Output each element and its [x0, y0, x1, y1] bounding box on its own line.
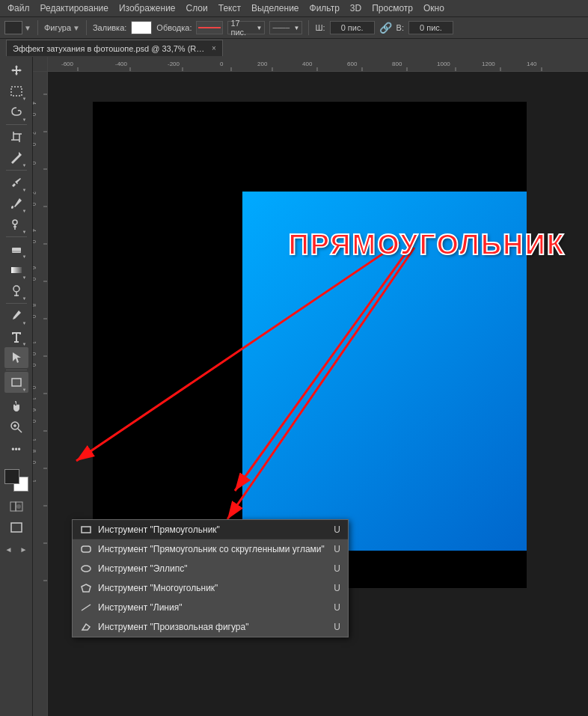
separator-5 [6, 370, 27, 370]
svg-text:-600: -600 [61, 61, 74, 67]
svg-text:0: 0 [33, 352, 37, 355]
tool-clone[interactable]: ▼ [4, 214, 28, 235]
options-bar: ▼ Фигура ▼ Заливка: Обводка: 17 пис. ▼ ─… [0, 16, 588, 39]
menu-item-rectangle[interactable]: Инструмент "Прямоугольник" U [73, 520, 348, 539]
shape-preview [4, 21, 22, 34]
menu-item-line[interactable]: Инструмент "Линия" U [73, 598, 348, 617]
shape-mode[interactable]: Фигура ▼ [44, 23, 80, 32]
menu-item-polygon[interactable]: Инструмент "Многоугольник" U [73, 578, 348, 598]
tool-quick-mask[interactable] [4, 496, 28, 517]
menu-item-rectangle-label: Инструмент "Прямоугольник" [98, 524, 328, 535]
menu-item-line-shortcut: U [334, 602, 340, 613]
svg-line-88 [82, 605, 91, 611]
width-input[interactable] [330, 21, 375, 34]
svg-text:0: 0 [33, 461, 37, 464]
separator-2 [6, 170, 27, 171]
svg-text:0: 0 [33, 143, 37, 146]
tool-gradient[interactable]: ▼ [4, 260, 28, 281]
tool-healing[interactable]: ▼ [4, 172, 28, 193]
svg-rect-0 [11, 87, 22, 96]
svg-text:0: 0 [33, 113, 37, 116]
svg-text:-200: -200 [168, 61, 180, 67]
tool-hand[interactable] [4, 396, 28, 417]
menu-3d[interactable]: 3D [346, 1, 366, 15]
svg-text:1200: 1200 [482, 61, 495, 67]
ruler-corner [33, 57, 48, 72]
menu-item-rectangle-shortcut: U [334, 524, 340, 535]
main-layout: ▼ ▼ ▼ ▼ [0, 57, 588, 716]
menu-item-ellipse-label: Инструмент "Эллипс" [98, 563, 328, 574]
menu-image[interactable]: Изображение [114, 1, 180, 15]
menu-item-rounded-rect-label: Инструмент "Прямоугольник со скругленным… [98, 544, 328, 554]
menu-item-custom-shape-shortcut: U [334, 622, 340, 632]
foreground-color[interactable] [4, 469, 19, 484]
svg-rect-19 [11, 523, 22, 532]
menu-file[interactable]: Файл [3, 1, 34, 15]
tool-path-select[interactable] [4, 347, 28, 368]
document-tab[interactable]: Эффект затухания в фотошопе.psd @ 33,7% … [6, 40, 223, 56]
svg-text:0: 0 [33, 203, 37, 206]
stroke-size-value: 17 пис. [230, 19, 256, 37]
svg-rect-11 [12, 379, 21, 386]
ellipse-icon [80, 563, 92, 575]
fill-color-box[interactable] [131, 21, 152, 34]
tool-eraser[interactable]: ▼ [4, 239, 28, 260]
divider-1 [37, 20, 38, 35]
stroke-size-dropdown[interactable]: 17 пис. ▼ [227, 21, 265, 34]
svg-point-86 [82, 566, 91, 572]
tool-dodge[interactable]: ▼ [4, 281, 28, 302]
svg-text:4: 4 [33, 229, 37, 232]
svg-text:1: 1 [33, 341, 37, 344]
tool-move[interactable] [4, 60, 28, 81]
svg-text:6: 6 [33, 409, 37, 411]
svg-marker-87 [82, 584, 91, 592]
tool-screen-mode[interactable] [4, 517, 28, 538]
tool-more[interactable]: ••• [4, 439, 28, 460]
svg-text:4: 4 [33, 102, 37, 105]
menu-item-custom-shape-label: Инструмент "Произвольная фигура" [98, 622, 328, 632]
menu-edit[interactable]: Редактирование [36, 1, 113, 15]
menu-select[interactable]: Выделение [247, 1, 304, 15]
tool-crop[interactable] [4, 126, 28, 147]
menu-filter[interactable]: Фильтр [305, 1, 344, 15]
tool-brush[interactable]: ▼ [4, 193, 28, 214]
tool-back[interactable]: ◄ [2, 541, 16, 557]
tool-pen[interactable]: ▼ [4, 305, 28, 326]
svg-text:0: 0 [33, 315, 37, 318]
fill-label: Заливка: [93, 23, 126, 32]
menu-item-custom-shape[interactable]: Инструмент "Произвольная фигура" U [73, 617, 348, 637]
tool-zoom[interactable] [4, 417, 28, 438]
svg-rect-84 [82, 527, 91, 533]
shape-type-selector[interactable]: ▼ [4, 21, 31, 34]
menu-item-rounded-rect[interactable]: Инструмент "Прямоугольник со скругленным… [73, 539, 348, 559]
menu-text[interactable]: Текст [214, 1, 245, 15]
tab-close-btn[interactable]: × [212, 44, 216, 52]
menu-view[interactable]: Просмотр [367, 1, 417, 15]
svg-text:0: 0 [33, 364, 37, 367]
tool-selection[interactable]: ▼ [4, 81, 28, 102]
svg-point-8 [13, 286, 19, 292]
menu-item-ellipse-shortcut: U [334, 563, 340, 574]
tool-shape[interactable]: ▼ [4, 372, 28, 393]
menu-item-polygon-shortcut: U [334, 583, 340, 593]
menu-layers[interactable]: Слои [182, 1, 212, 15]
color-swatches[interactable] [4, 469, 28, 492]
rect-shape [242, 192, 527, 551]
height-input[interactable] [408, 21, 453, 34]
height-label: В: [396, 23, 404, 32]
stroke-color-box[interactable] [196, 21, 223, 34]
separator-3 [6, 236, 27, 237]
separator-1 [6, 124, 27, 125]
bottom-nav: ◄ ► [2, 541, 31, 557]
tool-lasso[interactable]: ▼ [4, 102, 28, 123]
tool-eyedropper[interactable]: ▼ [4, 147, 28, 168]
tool-type[interactable]: ▼ [4, 326, 28, 347]
svg-text:200: 200 [257, 61, 268, 67]
stroke-style-dropdown[interactable]: ──── ▼ [269, 21, 302, 34]
menu-window[interactable]: Окно [419, 1, 449, 15]
menu-item-ellipse[interactable]: Инструмент "Эллипс" U [73, 559, 348, 578]
svg-text:0: 0 [33, 240, 37, 243]
divider-3 [308, 20, 309, 35]
svg-text:400: 400 [302, 61, 313, 67]
tool-forward[interactable]: ► [17, 541, 31, 557]
